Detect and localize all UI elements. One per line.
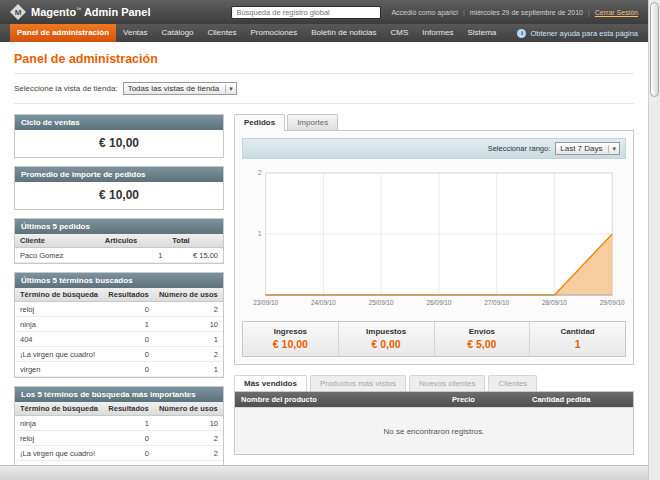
- products-grid-header: Nombre del producto Precio Cantidad pedi…: [235, 392, 633, 407]
- search-results: 1: [103, 317, 154, 332]
- nav-item-label: Ventas: [123, 28, 147, 37]
- nav-item[interactable]: Boletín de noticias: [304, 24, 383, 42]
- search-term-row[interactable]: ninja 1 10: [15, 416, 223, 431]
- dashboard-left-column: Ciclo de ventas € 10,00 Promedio de impo…: [14, 114, 224, 480]
- vertical-scrollbar[interactable]: [648, 0, 660, 480]
- brand-name: Magento: [31, 6, 76, 18]
- range-bar: Seleccionar rango: Last 7 Days: [242, 138, 626, 159]
- search-term-row[interactable]: reloj 0 2: [15, 431, 223, 446]
- dashboard-tab[interactable]: Pedidos: [234, 114, 285, 131]
- search-term-row[interactable]: virgen 0 1: [15, 362, 223, 377]
- search-term-row[interactable]: ninja 1 10: [15, 317, 223, 332]
- page-help-link[interactable]: Obtener ayuda para esta página: [517, 24, 638, 42]
- search-results: 1: [103, 416, 154, 431]
- products-tab[interactable]: Nuevos clientes: [409, 375, 485, 391]
- nav-item[interactable]: Ventas: [116, 24, 154, 42]
- column-header: Artículos: [100, 234, 168, 248]
- search-term: reloj: [15, 431, 103, 446]
- tab-label: Pedidos: [244, 118, 275, 127]
- search-term: ¡La virgen que cuadro!: [15, 347, 103, 362]
- order-items: 1: [100, 248, 168, 263]
- main-nav: Panel de administración Ventas Catálogo …: [0, 24, 648, 42]
- store-view-label: Seleccione la vista de tienda:: [14, 84, 118, 93]
- logged-in-as: Accedió como aparici: [391, 9, 458, 16]
- range-label: Seleccionar rango:: [488, 144, 551, 153]
- logout-link[interactable]: Cerrar Sesión: [595, 9, 638, 16]
- nav-item[interactable]: Sistema: [460, 24, 503, 42]
- global-search-input[interactable]: [231, 6, 381, 19]
- search-uses: 2: [154, 347, 223, 362]
- products-grid-empty: No se encontraron registros.: [235, 407, 633, 454]
- search-term-row[interactable]: ¡La virgen que cuadro! 0 2: [15, 347, 223, 362]
- svg-text:29/09/10: 29/09/10: [600, 299, 625, 306]
- tab-label: Clientes: [498, 379, 527, 388]
- column-header: Resultados: [103, 402, 154, 416]
- lifetime-sales-box: Ciclo de ventas € 10,00: [14, 114, 224, 158]
- nav-item-label: Promociones: [250, 28, 297, 37]
- range-value: Last 7 Days: [560, 144, 602, 153]
- dashboard-columns: Ciclo de ventas € 10,00 Promedio de impo…: [14, 114, 634, 480]
- nav-item-label: Boletín de noticias: [311, 28, 376, 37]
- nav-item[interactable]: Promociones: [243, 24, 304, 42]
- separator: [588, 9, 590, 16]
- products-tab[interactable]: Clientes: [488, 375, 537, 391]
- orders-chart: 1223/09/1024/09/1025/09/1026/09/1027/09/…: [242, 165, 626, 315]
- nav-item[interactable]: Catálogo: [155, 24, 201, 42]
- svg-text:25/09/10: 25/09/10: [369, 299, 394, 306]
- magento-logo-icon: M: [10, 4, 26, 20]
- search-results: 0: [103, 431, 154, 446]
- scrollbar-thumb[interactable]: [650, 2, 659, 97]
- box-title: Los 5 términos de búsqueda más important…: [15, 387, 223, 402]
- orders-panel: Seleccionar rango: Last 7 Days 1223/09/1…: [234, 130, 634, 365]
- search-uses: 2: [154, 431, 223, 446]
- search-term-row[interactable]: 404 0 1: [15, 332, 223, 347]
- nav-item-label: Catálogo: [162, 28, 194, 37]
- order-row[interactable]: Paco Gomez 1 € 15,00: [15, 248, 223, 263]
- nav-item[interactable]: Clientes: [201, 24, 244, 42]
- search-uses: 10: [154, 416, 223, 431]
- column-header: Resultados: [103, 288, 154, 302]
- search-term-row[interactable]: reloj 0 2: [15, 302, 223, 317]
- help-label: Obtener ayuda para esta página: [530, 29, 638, 38]
- footer-bar: [0, 465, 648, 480]
- total-value: € 10,00: [243, 338, 338, 350]
- store-view-select[interactable]: Todas las vistas de tienda: [123, 82, 237, 95]
- box-title: Promedio de importe de pedidos: [15, 167, 223, 182]
- tab-label: Nuevos clientes: [419, 379, 475, 388]
- nav-item-label: Sistema: [467, 28, 496, 37]
- products-tab[interactable]: Más vendidos: [234, 375, 307, 391]
- column-header: Número de usos: [154, 288, 223, 302]
- store-view-selector-row: Seleccione la vista de tienda: Todas las…: [14, 74, 634, 104]
- nav-item[interactable]: Informes: [415, 24, 460, 42]
- info-icon: [517, 29, 526, 38]
- total-label: Cantidad: [530, 327, 625, 336]
- range-select[interactable]: Last 7 Days: [555, 142, 620, 155]
- column-header: Número de usos: [154, 402, 223, 416]
- column-header: Término de búsqueda: [15, 288, 103, 302]
- content-area: Panel de administración Seleccione la vi…: [0, 52, 648, 480]
- products-tab[interactable]: Productos más vistos: [310, 375, 406, 391]
- total-value: 1: [530, 338, 625, 350]
- nav-item[interactable]: Panel de administración: [10, 24, 116, 42]
- search-term: virgen: [15, 362, 103, 377]
- svg-text:23/09/10: 23/09/10: [253, 299, 278, 306]
- average-order-value: € 10,00: [15, 182, 223, 209]
- column-header: Nombre del producto: [241, 395, 452, 404]
- search-term-row[interactable]: ¡La virgen que cuadro! 0 2: [15, 446, 223, 461]
- last-search-terms-table: Término de búsqueda Resultados Número de…: [15, 288, 223, 377]
- order-customer: Paco Gomez: [15, 248, 100, 263]
- total-item: Impuestos € 0,00: [338, 322, 434, 356]
- store-view-value: Todas las vistas de tienda: [128, 84, 220, 93]
- empty-message: No se encontraron registros.: [384, 427, 485, 436]
- search-uses: 2: [154, 302, 223, 317]
- svg-text:27/09/10: 27/09/10: [484, 299, 509, 306]
- order-total: € 15,00: [167, 248, 223, 263]
- svg-text:26/09/10: 26/09/10: [426, 299, 451, 306]
- dashboard-tab[interactable]: Importes: [287, 114, 338, 130]
- nav-list: Panel de administración Ventas Catálogo …: [10, 24, 503, 42]
- search-results: 0: [103, 302, 154, 317]
- search-uses: 2: [154, 446, 223, 461]
- total-label: Impuestos: [339, 327, 434, 336]
- trademark: ™: [76, 6, 81, 12]
- nav-item[interactable]: CMS: [384, 24, 416, 42]
